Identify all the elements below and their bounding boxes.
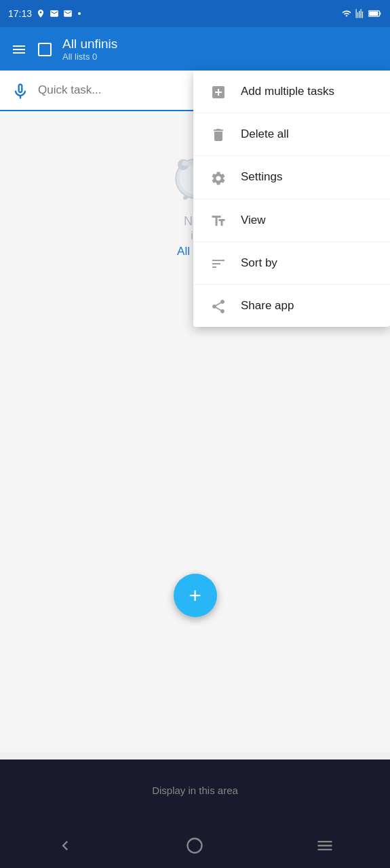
menu-label-delete-all: Delete all (241, 127, 289, 141)
dropdown-overlay[interactable]: Add multiple tasks Delete all Settings V… (0, 0, 390, 868)
menu-item-share-app[interactable]: Share app (193, 285, 390, 327)
menu-item-sort-by[interactable]: Sort by (193, 242, 390, 285)
sort-icon (210, 254, 227, 272)
add-box-icon (210, 83, 227, 100)
menu-item-settings[interactable]: Settings (193, 156, 390, 199)
menu-label-view: View (241, 214, 266, 227)
menu-label-sort-by: Sort by (241, 256, 277, 270)
menu-item-delete-all[interactable]: Delete all (193, 113, 390, 156)
menu-label-add-multiple: Add multiple tasks (241, 85, 334, 98)
share-icon (210, 297, 227, 315)
text-format-icon (210, 212, 227, 229)
context-menu: Add multiple tasks Delete all Settings V… (193, 71, 390, 327)
menu-item-add-multiple[interactable]: Add multiple tasks (193, 71, 390, 113)
settings-icon (210, 168, 227, 186)
menu-item-view[interactable]: View (193, 199, 390, 242)
menu-label-settings: Settings (241, 170, 282, 184)
menu-label-share-app: Share app (241, 299, 294, 313)
delete-icon (210, 125, 227, 143)
